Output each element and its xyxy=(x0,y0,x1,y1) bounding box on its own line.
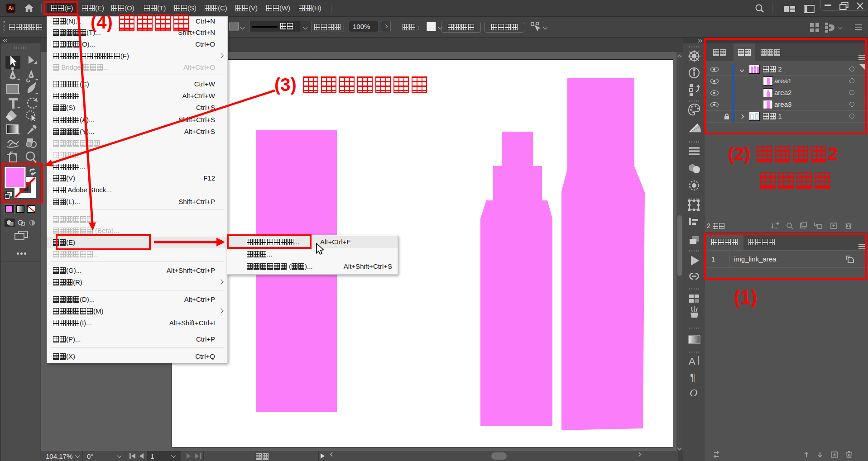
svg-text:¶: ¶ xyxy=(690,371,695,383)
svg-text:O: O xyxy=(690,387,697,399)
svg-text:A: A xyxy=(689,356,695,367)
